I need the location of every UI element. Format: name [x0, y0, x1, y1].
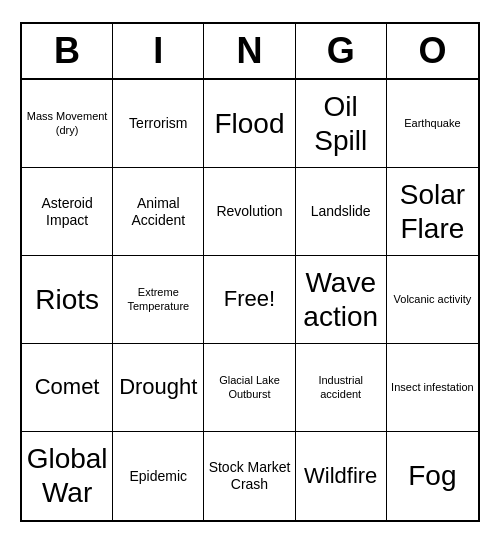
cell-text: Glacial Lake Outburst: [208, 374, 290, 400]
bingo-cell: Wave action: [296, 256, 387, 344]
cell-text: Wildfire: [304, 463, 377, 489]
bingo-cell: Drought: [113, 344, 204, 432]
cell-text: Extreme Temperature: [117, 286, 199, 312]
bingo-cell: Insect infestation: [387, 344, 478, 432]
cell-text: Mass Movement (dry): [26, 110, 108, 136]
bingo-grid: Mass Movement (dry)TerrorismFloodOil Spi…: [22, 80, 478, 520]
bingo-cell: Global War: [22, 432, 113, 520]
bingo-cell: Earthquake: [387, 80, 478, 168]
cell-text: Global War: [26, 442, 108, 509]
bingo-cell: Flood: [204, 80, 295, 168]
cell-text: Terrorism: [129, 115, 187, 132]
cell-text: Oil Spill: [300, 90, 382, 157]
cell-text: Asteroid Impact: [26, 195, 108, 229]
cell-text: Animal Accident: [117, 195, 199, 229]
bingo-cell: Riots: [22, 256, 113, 344]
bingo-cell: Volcanic activity: [387, 256, 478, 344]
bingo-cell: Fog: [387, 432, 478, 520]
cell-text: Earthquake: [404, 117, 460, 130]
bingo-cell: Industrial accident: [296, 344, 387, 432]
cell-text: Wave action: [300, 266, 382, 333]
header-letter: N: [204, 24, 295, 78]
cell-text: Comet: [35, 374, 100, 400]
cell-text: Riots: [35, 283, 99, 317]
bingo-cell: Revolution: [204, 168, 295, 256]
bingo-card: BINGO Mass Movement (dry)TerrorismFloodO…: [20, 22, 480, 522]
cell-text: Stock Market Crash: [208, 459, 290, 493]
cell-text: Drought: [119, 374, 197, 400]
cell-text: Volcanic activity: [394, 293, 472, 306]
cell-text: Industrial accident: [300, 374, 382, 400]
header-letter: O: [387, 24, 478, 78]
bingo-cell: Stock Market Crash: [204, 432, 295, 520]
cell-text: Flood: [214, 107, 284, 141]
bingo-cell: Terrorism: [113, 80, 204, 168]
bingo-cell: Landslide: [296, 168, 387, 256]
cell-text: Solar Flare: [391, 178, 474, 245]
header-letter: B: [22, 24, 113, 78]
cell-text: Fog: [408, 459, 456, 493]
header-letter: I: [113, 24, 204, 78]
bingo-cell: Extreme Temperature: [113, 256, 204, 344]
bingo-header: BINGO: [22, 24, 478, 80]
cell-text: Landslide: [311, 203, 371, 220]
bingo-cell: Wildfire: [296, 432, 387, 520]
cell-text: Revolution: [216, 203, 282, 220]
cell-text: Free!: [224, 286, 275, 312]
header-letter: G: [296, 24, 387, 78]
cell-text: Epidemic: [129, 468, 187, 485]
bingo-cell: Comet: [22, 344, 113, 432]
bingo-cell: Animal Accident: [113, 168, 204, 256]
bingo-cell: Free!: [204, 256, 295, 344]
bingo-cell: Solar Flare: [387, 168, 478, 256]
bingo-cell: Glacial Lake Outburst: [204, 344, 295, 432]
bingo-cell: Asteroid Impact: [22, 168, 113, 256]
cell-text: Insect infestation: [391, 381, 474, 394]
bingo-cell: Mass Movement (dry): [22, 80, 113, 168]
bingo-cell: Epidemic: [113, 432, 204, 520]
bingo-cell: Oil Spill: [296, 80, 387, 168]
